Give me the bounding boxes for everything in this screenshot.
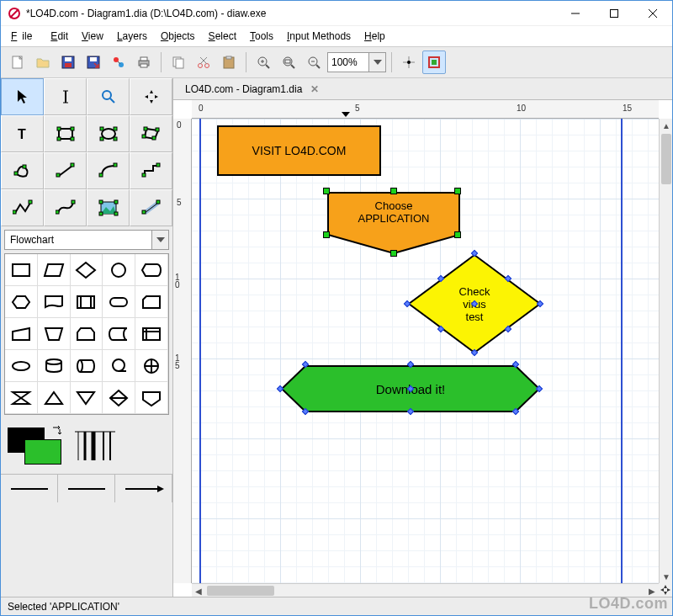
fg-bg-swatch[interactable] [4,424,63,466]
outline-tool[interactable] [130,189,172,226]
new-file-button[interactable] [6,50,29,74]
svg-rect-88 [142,210,146,214]
shape-terminal[interactable] [103,286,135,318]
shape-loop-limit[interactable] [71,318,103,350]
svg-marker-48 [150,100,153,104]
shape-collate[interactable] [5,382,38,414]
line-tool[interactable] [44,152,87,189]
save-as-button[interactable] [82,50,105,74]
menu-view[interactable]: View [77,29,109,44]
svg-rect-3 [611,9,618,17]
shape-transaction[interactable] [5,286,38,318]
shape-or[interactable] [135,350,168,382]
scroll-tool[interactable] [130,78,172,115]
zoom-dropdown-icon[interactable] [368,53,385,72]
close-button[interactable] [633,1,672,26]
shape-category-input[interactable] [5,234,151,246]
paste-button[interactable] [217,50,241,74]
open-file-button[interactable] [31,50,55,74]
menu-help[interactable]: Help [359,29,390,44]
menu-select[interactable]: Select [204,29,241,44]
magnify-tool[interactable] [87,78,130,115]
svg-text:T: T [18,127,26,141]
arc-tool[interactable] [87,152,130,189]
nav-corner-icon[interactable] [659,583,672,597]
zoom-fit-button[interactable] [277,50,300,74]
shape-connector[interactable] [103,254,135,286]
save-button[interactable] [56,50,80,74]
stroke-samples[interactable] [73,427,117,464]
chevron-down-icon[interactable] [151,231,168,249]
canvas[interactable]: VISIT LO4D.COM Choose APPLICATION [192,119,659,583]
box-tool[interactable] [44,115,87,152]
print-button[interactable] [132,50,156,74]
beziergon-tool[interactable] [1,152,44,189]
zigzag-tool[interactable] [130,152,172,189]
snap-crosshair-button[interactable] [397,50,421,74]
flowchart-decision-diamond[interactable]: Check virus test [407,253,542,354]
shape-manual-op[interactable] [38,318,71,350]
shape-direct-data[interactable] [71,350,103,382]
shape-stored-data[interactable] [103,318,135,350]
shape-category-combobox[interactable] [4,230,169,250]
copy-button[interactable] [167,50,190,74]
snap-object-button[interactable] [422,50,446,74]
text-tool[interactable]: T [1,115,44,152]
line-end-arrow[interactable] [115,475,172,502]
flowchart-offpage-box[interactable]: Choose APPLICATION [326,191,461,255]
shape-predefined[interactable] [71,286,103,318]
maximize-button[interactable] [595,1,633,26]
svg-rect-76 [13,210,16,214]
image-tool[interactable] [87,189,130,226]
svg-marker-120 [143,392,160,406]
flowchart-process-box[interactable]: VISIT LO4D.COM [217,125,381,176]
shape-internal-storage[interactable] [135,318,168,350]
export-button[interactable] [107,50,130,74]
menu-objects[interactable]: Objects [156,29,200,44]
menu-edit[interactable]: Edit [45,29,73,44]
tab-close-icon[interactable]: ✕ [307,83,322,95]
zoom-combobox[interactable] [327,52,386,72]
menu-layers[interactable]: Layers [112,29,152,44]
zoom-input[interactable] [328,53,368,72]
menu-tools[interactable]: Tools [245,29,278,44]
menu-input-methods[interactable]: Input Methods [282,29,356,44]
scrollbar-vertical[interactable]: ▲ ▼ [659,119,672,583]
ellipse-tool[interactable] [87,115,130,152]
shape-merge[interactable] [71,382,103,414]
svg-rect-15 [140,57,147,61]
flowchart-preparation-hexagon[interactable]: Download it! [280,364,541,413]
shape-io[interactable] [38,254,71,286]
svg-rect-64 [156,128,159,131]
bezier-tool[interactable] [44,189,87,226]
shape-document[interactable] [38,286,71,318]
shape-sequential[interactable] [103,350,135,382]
zoom-in-button[interactable] [252,50,275,74]
shape-offpage[interactable] [135,382,168,414]
zoom-out-button[interactable] [302,50,326,74]
cut-button[interactable] [192,50,215,74]
shape-delay[interactable] [5,350,38,382]
scrollbar-horizontal[interactable]: ◀ ▶ [192,583,659,597]
line-style-solid[interactable] [58,475,115,502]
polyline-tool[interactable] [1,189,44,226]
menu-file[interactable]: File [6,29,42,44]
shape-decision[interactable] [71,254,103,286]
svg-marker-137 [660,588,664,592]
polygon-tool[interactable] [130,115,172,152]
shape-process[interactable] [5,254,38,286]
text-cursor-tool[interactable] [44,78,87,115]
shape-manual-input[interactable] [5,318,38,350]
shape-extract[interactable] [38,382,71,414]
shape-magnetic-disk[interactable] [38,350,71,382]
svg-rect-91 [13,264,29,276]
shape-sort[interactable] [103,382,135,414]
minimize-button[interactable] [556,1,595,26]
pointer-tool[interactable] [1,78,44,115]
shape-card[interactable] [135,286,168,318]
shape-display[interactable] [135,254,168,286]
svg-marker-93 [77,263,95,278]
svg-point-110 [113,359,125,371]
line-start-none[interactable] [1,475,58,502]
document-tab[interactable]: LO4D.com - Diagram1.dia ✕ [178,81,329,98]
